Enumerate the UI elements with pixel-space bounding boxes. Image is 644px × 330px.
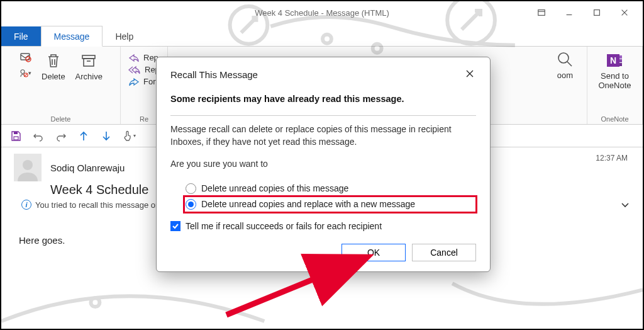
svg-point-4 xyxy=(91,298,99,307)
svg-rect-18 xyxy=(619,63,622,66)
svg-text:N: N xyxy=(610,55,616,65)
svg-point-9 xyxy=(21,70,25,74)
tab-help[interactable]: Help xyxy=(103,26,146,46)
ribbon-tabs: File Message Help xyxy=(1,24,643,47)
undo-icon[interactable] xyxy=(30,128,47,144)
dialog-title: Recall This Message xyxy=(170,69,258,80)
sender-avatar xyxy=(14,154,42,181)
trash-icon xyxy=(43,50,64,71)
ignore-icon[interactable] xyxy=(19,50,31,63)
radio-icon-selected xyxy=(186,199,196,210)
send-to-onenote-button[interactable]: N Send to OneNote xyxy=(598,50,631,91)
forward-button[interactable]: Forv xyxy=(128,77,160,86)
close-window-button[interactable] xyxy=(611,4,638,21)
checkbox-tell-me[interactable]: Tell me if recall succeeds or fails for … xyxy=(170,221,476,231)
minimize-button[interactable] xyxy=(556,4,582,21)
svg-rect-19 xyxy=(14,137,18,140)
archive-button[interactable]: Archive xyxy=(75,50,103,81)
archive-icon xyxy=(79,50,99,71)
touch-mode-icon[interactable]: ▾ xyxy=(121,128,137,144)
radio-delete-copies[interactable]: Delete unread copies of this message xyxy=(184,181,476,196)
maximize-button[interactable] xyxy=(584,4,610,21)
svg-rect-12 xyxy=(84,59,94,66)
radio-replace-copies[interactable]: Delete unread copies and replace with a … xyxy=(184,196,476,212)
save-icon[interactable] xyxy=(8,128,24,144)
svg-rect-6 xyxy=(594,10,600,16)
zoom-icon xyxy=(556,50,575,69)
dialog-areyousure: Are you sure you want to xyxy=(170,158,476,171)
svg-rect-17 xyxy=(619,59,622,62)
ribbon-display-options-icon[interactable] xyxy=(528,4,555,21)
radio-icon xyxy=(186,183,196,194)
delete-button[interactable]: Delete xyxy=(42,50,65,81)
onenote-icon: N xyxy=(604,50,625,71)
tab-file[interactable]: File xyxy=(1,26,41,46)
recall-dialog: Recall This Message Some recipients may … xyxy=(156,57,491,272)
window-title: Week 4 Schedule - Message (HTML) xyxy=(255,8,389,18)
respond-group-label: Re xyxy=(140,115,148,123)
previous-item-icon[interactable] xyxy=(75,128,92,144)
archive-label: Archive xyxy=(75,72,103,81)
reply-all-button[interactable]: Rep xyxy=(128,65,160,74)
svg-rect-5 xyxy=(538,10,545,16)
junk-icon[interactable]: ▾ xyxy=(19,67,31,79)
redo-icon[interactable] xyxy=(53,128,69,144)
ok-button[interactable]: OK xyxy=(341,244,406,261)
forward-icon xyxy=(128,77,140,86)
collapse-header-icon[interactable] xyxy=(620,200,630,212)
dialog-explain: Message recall can delete or replace cop… xyxy=(170,123,476,148)
svg-point-21 xyxy=(23,160,33,170)
delete-label: Delete xyxy=(42,72,65,81)
checkbox-icon xyxy=(170,221,180,231)
svg-point-13 xyxy=(558,53,569,63)
zoom-button[interactable]: oom xyxy=(556,50,575,80)
reply-icon xyxy=(128,54,140,62)
dialog-close-button[interactable] xyxy=(465,69,476,80)
sender-name: Sodiq Olanrewaju xyxy=(50,162,125,173)
svg-rect-20 xyxy=(14,132,18,134)
window-titlebar: Week 4 Schedule - Message (HTML) xyxy=(1,1,643,24)
onenote-group-label: OneNote xyxy=(601,115,628,123)
dialog-headline: Some recipients may have already read th… xyxy=(170,94,476,104)
reply-button[interactable]: Rep xyxy=(128,53,158,62)
delete-group-label: Delete xyxy=(51,115,71,123)
reply-all-icon xyxy=(128,65,141,74)
next-item-icon[interactable] xyxy=(98,128,114,144)
dialog-divider xyxy=(170,115,476,116)
svg-rect-16 xyxy=(619,55,622,59)
tab-message[interactable]: Message xyxy=(41,26,103,47)
message-time: 12:37 AM xyxy=(596,154,628,162)
info-icon: i xyxy=(21,200,31,210)
cancel-button[interactable]: Cancel xyxy=(412,244,476,261)
